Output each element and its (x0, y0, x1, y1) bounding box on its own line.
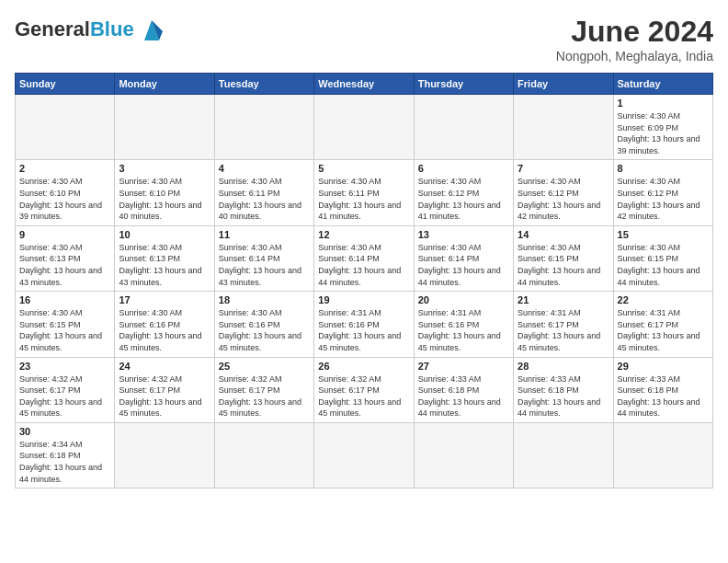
calendar-cell: 23Sunrise: 4:32 AM Sunset: 6:17 PM Dayli… (16, 357, 115, 422)
day-info: Sunrise: 4:30 AM Sunset: 6:14 PM Dayligh… (418, 242, 509, 288)
weekday-header-wednesday: Wednesday (314, 74, 414, 95)
day-number: 25 (219, 361, 310, 372)
calendar-cell: 22Sunrise: 4:31 AM Sunset: 6:17 PM Dayli… (613, 292, 712, 357)
calendar-cell: 21Sunrise: 4:31 AM Sunset: 6:17 PM Dayli… (514, 292, 613, 357)
calendar-cell (314, 95, 414, 160)
day-info: Sunrise: 4:33 AM Sunset: 6:18 PM Dayligh… (618, 373, 709, 419)
day-number: 18 (219, 294, 310, 305)
day-number: 29 (618, 361, 709, 372)
calendar-cell: 25Sunrise: 4:32 AM Sunset: 6:17 PM Dayli… (214, 357, 313, 422)
day-info: Sunrise: 4:32 AM Sunset: 6:17 PM Dayligh… (19, 373, 110, 419)
day-number: 5 (318, 163, 409, 174)
day-number: 17 (119, 294, 210, 305)
day-number: 13 (418, 229, 509, 240)
day-info: Sunrise: 4:32 AM Sunset: 6:17 PM Dayligh… (119, 373, 210, 419)
calendar-header: SundayMondayTuesdayWednesdayThursdayFrid… (16, 74, 713, 95)
calendar-cell (115, 422, 214, 488)
calendar-body: 1Sunrise: 4:30 AM Sunset: 6:09 PM Daylig… (16, 95, 713, 488)
day-info: Sunrise: 4:30 AM Sunset: 6:09 PM Dayligh… (618, 110, 709, 156)
day-number: 9 (19, 229, 110, 240)
day-number: 7 (518, 163, 609, 174)
day-number: 3 (119, 163, 210, 174)
weekday-row: SundayMondayTuesdayWednesdayThursdayFrid… (16, 74, 713, 95)
day-number: 4 (219, 163, 310, 174)
weekday-header-monday: Monday (115, 74, 214, 95)
location: Nongpoh, Meghalaya, India (556, 49, 713, 63)
day-info: Sunrise: 4:33 AM Sunset: 6:18 PM Dayligh… (518, 373, 609, 419)
calendar-cell: 12Sunrise: 4:30 AM Sunset: 6:14 PM Dayli… (314, 225, 414, 291)
calendar-cell: 3Sunrise: 4:30 AM Sunset: 6:10 PM Daylig… (115, 160, 214, 225)
day-number: 21 (518, 294, 609, 305)
logo: General Blue (15, 15, 166, 44)
day-info: Sunrise: 4:31 AM Sunset: 6:17 PM Dayligh… (618, 307, 709, 353)
day-number: 8 (618, 163, 709, 174)
calendar-cell (314, 422, 414, 488)
calendar-cell (214, 95, 313, 160)
day-number: 1 (618, 98, 709, 109)
calendar-cell: 20Sunrise: 4:31 AM Sunset: 6:16 PM Dayli… (414, 292, 513, 357)
calendar-week-0: 1Sunrise: 4:30 AM Sunset: 6:09 PM Daylig… (16, 95, 713, 160)
calendar-week-5: 30Sunrise: 4:34 AM Sunset: 6:18 PM Dayli… (16, 422, 713, 488)
calendar-cell: 24Sunrise: 4:32 AM Sunset: 6:17 PM Dayli… (115, 357, 214, 422)
calendar-cell: 28Sunrise: 4:33 AM Sunset: 6:18 PM Dayli… (514, 357, 613, 422)
day-info: Sunrise: 4:30 AM Sunset: 6:13 PM Dayligh… (119, 242, 210, 288)
day-info: Sunrise: 4:30 AM Sunset: 6:10 PM Dayligh… (119, 176, 210, 222)
day-number: 24 (119, 361, 210, 372)
day-number: 28 (518, 361, 609, 372)
day-info: Sunrise: 4:33 AM Sunset: 6:18 PM Dayligh… (418, 373, 509, 419)
calendar-cell: 10Sunrise: 4:30 AM Sunset: 6:13 PM Dayli… (115, 225, 214, 291)
day-number: 10 (119, 229, 210, 240)
day-number: 20 (418, 294, 509, 305)
calendar-cell: 26Sunrise: 4:32 AM Sunset: 6:17 PM Dayli… (314, 357, 414, 422)
weekday-header-saturday: Saturday (613, 74, 712, 95)
calendar-cell (414, 422, 513, 488)
calendar-cell: 6Sunrise: 4:30 AM Sunset: 6:12 PM Daylig… (414, 160, 513, 225)
day-number: 19 (318, 294, 409, 305)
calendar-cell (214, 422, 313, 488)
calendar-cell: 9Sunrise: 4:30 AM Sunset: 6:13 PM Daylig… (16, 225, 115, 291)
day-number: 6 (418, 163, 509, 174)
calendar-cell (115, 95, 214, 160)
day-info: Sunrise: 4:30 AM Sunset: 6:14 PM Dayligh… (219, 242, 310, 288)
day-info: Sunrise: 4:31 AM Sunset: 6:16 PM Dayligh… (418, 307, 509, 353)
calendar-cell: 4Sunrise: 4:30 AM Sunset: 6:11 PM Daylig… (214, 160, 313, 225)
calendar-cell (414, 95, 513, 160)
day-number: 11 (219, 229, 310, 240)
page-header: General Blue June 2024 Nongpoh, Meghalay… (15, 15, 713, 63)
calendar-week-4: 23Sunrise: 4:32 AM Sunset: 6:17 PM Dayli… (16, 357, 713, 422)
logo-icon (137, 15, 166, 44)
day-number: 15 (618, 229, 709, 240)
calendar-table: SundayMondayTuesdayWednesdayThursdayFrid… (15, 73, 713, 488)
day-number: 23 (19, 361, 110, 372)
calendar-cell: 18Sunrise: 4:30 AM Sunset: 6:16 PM Dayli… (214, 292, 313, 357)
day-info: Sunrise: 4:30 AM Sunset: 6:13 PM Dayligh… (19, 242, 110, 288)
day-info: Sunrise: 4:32 AM Sunset: 6:17 PM Dayligh… (219, 373, 310, 419)
day-info: Sunrise: 4:30 AM Sunset: 6:10 PM Dayligh… (19, 176, 110, 222)
calendar-week-1: 2Sunrise: 4:30 AM Sunset: 6:10 PM Daylig… (16, 160, 713, 225)
calendar-cell: 29Sunrise: 4:33 AM Sunset: 6:18 PM Dayli… (613, 357, 712, 422)
day-info: Sunrise: 4:30 AM Sunset: 6:11 PM Dayligh… (318, 176, 409, 222)
calendar-cell (514, 95, 613, 160)
day-info: Sunrise: 4:31 AM Sunset: 6:16 PM Dayligh… (318, 307, 409, 353)
calendar-cell: 13Sunrise: 4:30 AM Sunset: 6:14 PM Dayli… (414, 225, 513, 291)
day-info: Sunrise: 4:30 AM Sunset: 6:15 PM Dayligh… (19, 307, 110, 353)
day-info: Sunrise: 4:30 AM Sunset: 6:16 PM Dayligh… (219, 307, 310, 353)
calendar-cell (16, 95, 115, 160)
day-info: Sunrise: 4:30 AM Sunset: 6:14 PM Dayligh… (318, 242, 409, 288)
calendar-cell: 27Sunrise: 4:33 AM Sunset: 6:18 PM Dayli… (414, 357, 513, 422)
day-info: Sunrise: 4:30 AM Sunset: 6:15 PM Dayligh… (618, 242, 709, 288)
weekday-header-friday: Friday (514, 74, 613, 95)
calendar-cell: 8Sunrise: 4:30 AM Sunset: 6:12 PM Daylig… (613, 160, 712, 225)
calendar-cell (613, 422, 712, 488)
day-info: Sunrise: 4:30 AM Sunset: 6:15 PM Dayligh… (518, 242, 609, 288)
calendar-cell: 15Sunrise: 4:30 AM Sunset: 6:15 PM Dayli… (613, 225, 712, 291)
weekday-header-tuesday: Tuesday (214, 74, 313, 95)
day-info: Sunrise: 4:30 AM Sunset: 6:16 PM Dayligh… (119, 307, 210, 353)
day-info: Sunrise: 4:30 AM Sunset: 6:12 PM Dayligh… (418, 176, 509, 222)
logo-blue: Blue (90, 18, 134, 40)
calendar-cell: 5Sunrise: 4:30 AM Sunset: 6:11 PM Daylig… (314, 160, 414, 225)
day-info: Sunrise: 4:30 AM Sunset: 6:12 PM Dayligh… (618, 176, 709, 222)
weekday-header-thursday: Thursday (414, 74, 513, 95)
calendar-cell: 7Sunrise: 4:30 AM Sunset: 6:12 PM Daylig… (514, 160, 613, 225)
day-info: Sunrise: 4:34 AM Sunset: 6:18 PM Dayligh… (19, 439, 110, 485)
